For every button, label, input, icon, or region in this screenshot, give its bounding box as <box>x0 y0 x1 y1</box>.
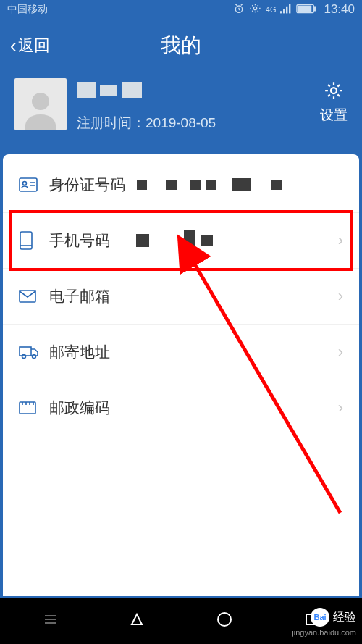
nav-menu-icon[interactable] <box>43 612 58 630</box>
list-item-email[interactable]: 电子邮箱 › <box>3 269 359 325</box>
status-right: 4G 13:40 <box>233 2 355 17</box>
svg-rect-3 <box>283 9 285 13</box>
svg-point-12 <box>23 182 27 185</box>
svg-rect-11 <box>20 178 37 191</box>
network-label: 4G <box>266 5 277 14</box>
profile-name-censored <box>77 82 348 98</box>
id-card-value-censored <box>137 178 343 191</box>
settings-label: 设置 <box>320 106 348 125</box>
svg-rect-16 <box>20 347 31 356</box>
battery-icon <box>296 4 316 16</box>
svg-point-10 <box>331 88 337 93</box>
list-item-postcode[interactable]: 邮政编码 › <box>3 380 359 435</box>
chevron-right-icon: › <box>338 287 343 306</box>
back-label: 返回 <box>18 35 50 57</box>
nav-home-button[interactable] <box>216 611 232 630</box>
register-date: 2019-08-05 <box>146 115 216 130</box>
postcode-label: 邮政编码 <box>49 398 110 418</box>
svg-point-1 <box>253 7 256 9</box>
chevron-left-icon: ‹ <box>10 35 17 57</box>
watermark: Bai 经验 jingyan.baidu.com <box>292 608 356 637</box>
id-card-label: 身份证号码 <box>49 175 125 195</box>
svg-rect-8 <box>298 6 311 11</box>
list-item-address[interactable]: 邮寄地址 › <box>3 325 359 380</box>
signal-icon <box>280 4 292 16</box>
svg-rect-7 <box>315 7 316 11</box>
gear-icon <box>323 80 345 101</box>
clock-label: 13:40 <box>324 2 355 17</box>
svg-rect-13 <box>20 232 32 249</box>
phone-icon <box>19 232 41 249</box>
system-nav-bar: Bai 经验 jingyan.baidu.com <box>0 598 362 644</box>
avatar[interactable] <box>14 78 67 130</box>
list-card: 身份证号码 手机号码 › <box>3 154 359 596</box>
back-button[interactable]: ‹ 返回 <box>10 35 50 57</box>
email-icon <box>19 288 41 305</box>
watermark-text: 经验 <box>333 610 356 625</box>
id-card-icon <box>19 176 41 193</box>
phone-value-censored <box>122 234 332 247</box>
svg-rect-5 <box>289 4 290 13</box>
svg-rect-4 <box>286 6 287 13</box>
eye-icon <box>249 2 261 17</box>
watermark-url: jingyan.baidu.com <box>292 628 356 637</box>
svg-point-18 <box>33 355 36 359</box>
carrier-label: 中国移动 <box>7 3 48 16</box>
profile-section: 注册时间：2019-08-05 设置 <box>0 78 362 154</box>
svg-rect-2 <box>280 11 282 13</box>
svg-point-17 <box>22 355 26 359</box>
status-left: 中国移动 <box>7 3 48 16</box>
svg-point-28 <box>218 613 231 626</box>
postcode-icon <box>19 399 41 417</box>
address-label: 邮寄地址 <box>49 342 110 362</box>
phone-label: 手机号码 <box>49 230 110 251</box>
register-label: 注册时间： <box>77 115 146 130</box>
alarm-icon <box>233 3 245 17</box>
person-icon <box>19 87 62 130</box>
svg-rect-15 <box>20 290 35 302</box>
list-item-phone[interactable]: 手机号码 › <box>3 213 359 269</box>
profile-info: 注册时间：2019-08-05 <box>77 78 348 133</box>
chevron-right-icon: › <box>338 398 343 417</box>
nav-back-button[interactable] <box>130 612 144 630</box>
page-title: 我的 <box>161 32 201 59</box>
chevron-right-icon: › <box>338 343 343 361</box>
status-bar: 中国移动 4G 13:40 <box>0 0 362 19</box>
header: ‹ 返回 我的 <box>0 19 362 78</box>
settings-button[interactable]: 设置 <box>320 80 348 125</box>
email-label: 电子邮箱 <box>49 286 110 306</box>
list: 身份证号码 手机号码 › <box>3 154 359 438</box>
list-item-id-card[interactable]: 身份证号码 <box>3 157 359 213</box>
svg-point-9 <box>32 93 49 110</box>
truck-icon <box>19 343 41 361</box>
watermark-logo: Bai <box>311 608 329 627</box>
register-time: 注册时间：2019-08-05 <box>77 114 348 133</box>
chevron-right-icon: › <box>338 231 343 250</box>
